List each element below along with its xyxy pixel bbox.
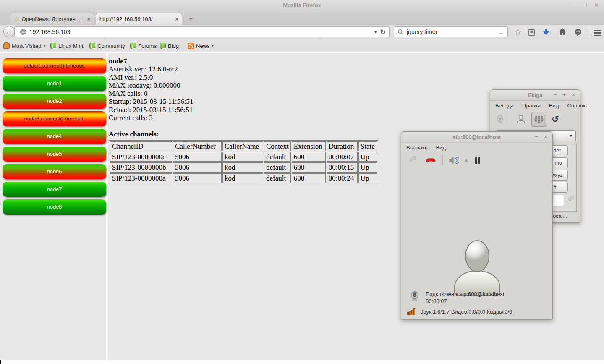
home-icon: [558, 28, 567, 36]
menu-view[interactable]: Вид: [549, 102, 559, 109]
downloads-button[interactable]: [542, 28, 552, 37]
node-button[interactable]: node5: [3, 147, 106, 162]
close-button[interactable]: ×: [544, 134, 547, 140]
node-button[interactable]: node4: [3, 129, 106, 144]
close-button[interactable]: ×: [572, 92, 575, 98]
bookmark-linux-mint[interactable]: Linux Mint: [50, 42, 83, 50]
column-header: CallerNumber: [173, 141, 222, 151]
contrast-icon[interactable]: ◐: [465, 156, 469, 165]
back-button[interactable]: ←: [3, 26, 15, 37]
menu-call[interactable]: Вызвать: [406, 144, 427, 151]
bookmark-news[interactable]: News ▾: [188, 42, 214, 50]
minimize-button[interactable]: −: [535, 134, 539, 140]
tab-active[interactable]: http://192.168.56.103/ ×: [96, 13, 182, 25]
node-button[interactable]: node1: [3, 76, 106, 91]
bookmark-blog[interactable]: Blog: [160, 42, 179, 50]
call-title: sip:600@localhost: [401, 134, 552, 140]
toolbar-separator: [589, 28, 589, 36]
url-dropdown-icon[interactable]: ▾: [372, 30, 379, 34]
menu-edit[interactable]: Правка: [522, 102, 541, 109]
minimize-button[interactable]: −: [574, 2, 578, 8]
linux-mint-icon: [130, 43, 136, 49]
channel-cell: Up: [358, 173, 377, 183]
channel-cell: SIP/123-0000000c: [110, 152, 172, 162]
info-line: MAX calls: 0: [109, 89, 394, 97]
bookmarks-toolbar: Most Visited ▾ Linux Mint Community Foru…: [0, 39, 604, 53]
node-button[interactable]: node7: [3, 182, 106, 197]
bookmark-most-visited[interactable]: Most Visited ▾: [3, 42, 45, 50]
call-stats: Звук:1,6/1,7 Видео:0,0/0,0 Кадры:0/0: [407, 308, 512, 315]
call-toolbar: ◐: [401, 152, 552, 168]
linux-mint-icon: [50, 43, 56, 49]
navigation-toolbar: ← 192.168.56.103 ▾ ↻ jquery timer → ☆: [0, 25, 604, 39]
search-go-icon[interactable]: →: [498, 29, 504, 36]
channels-table: ChannelID CallerNumber CallerName Contex…: [109, 140, 378, 184]
sidebar-divider: [106, 53, 108, 360]
reading-list-button[interactable]: [528, 29, 538, 38]
search-icon: [397, 29, 404, 35]
channel-cell: 600: [292, 152, 326, 162]
channels-tbody: SIP/123-0000000c5006koddefault60000:00:0…: [110, 152, 377, 183]
minimize-button[interactable]: −: [554, 92, 557, 98]
menu-help[interactable]: Справка: [567, 102, 588, 109]
hangup-phone-icon[interactable]: [425, 155, 437, 165]
ekiga-menubar: Беседа Правка Вид Справка: [490, 101, 580, 110]
bookmark-label: Community: [97, 43, 125, 49]
chevron-down-icon: ▾: [44, 44, 46, 48]
chat-button[interactable]: [574, 28, 584, 37]
node-button[interactable]: node3:connect() timeout.: [3, 111, 106, 126]
new-tab-button[interactable]: +: [186, 15, 196, 24]
maximize-button[interactable]: +: [585, 2, 588, 8]
bookmark-community[interactable]: Community: [89, 42, 125, 50]
column-header: Duration: [327, 141, 358, 151]
column-header: ChannelID: [110, 141, 172, 151]
search-bar[interactable]: jquery timer →: [394, 26, 508, 37]
tab-strip: ☆ OpenNews: Доступен ... × http://192.16…: [0, 12, 604, 25]
bookmark-forums[interactable]: Forums: [130, 42, 157, 50]
maximize-button[interactable]: +: [563, 92, 566, 98]
column-header: State: [358, 141, 377, 151]
contacts-icon[interactable]: [515, 114, 526, 125]
channel-cell: 5006: [173, 152, 222, 162]
bookmark-label: Linux Mint: [58, 43, 83, 49]
channel-cell: 00:00:15: [327, 162, 358, 172]
home-button[interactable]: [558, 28, 568, 37]
node-button[interactable]: node8: [3, 199, 106, 215]
url-bar[interactable]: 192.168.56.103 ▾ ↻: [14, 26, 390, 37]
info-line: Reload: 2015-03-15 11:56:51: [109, 106, 394, 114]
node-button[interactable]: default:connect() timeout.: [3, 58, 106, 73]
url-text[interactable]: 192.168.56.103: [29, 29, 372, 35]
channel-cell: kod: [222, 152, 263, 162]
webcam-icon[interactable]: [495, 115, 505, 124]
call-titlebar[interactable]: sip:600@localhost − ×: [401, 132, 552, 143]
close-button[interactable]: ×: [595, 2, 598, 8]
page-bottom: [0, 360, 604, 364]
tab-close-icon[interactable]: ×: [175, 16, 178, 22]
pause-icon[interactable]: [475, 157, 480, 164]
call-icon[interactable]: [567, 195, 577, 204]
menu-conversation[interactable]: Беседа: [495, 102, 514, 109]
firefox-titlebar: Mozilla Firefox − + ×: [0, 0, 604, 12]
call-status: Подключён к sip:600@localhost 00:00:07: [410, 291, 504, 305]
reload-icon[interactable]: ↻: [379, 28, 389, 36]
hamburger-icon: [594, 29, 601, 37]
channel-cell: kod: [222, 162, 263, 172]
speaker-icon[interactable]: [449, 156, 459, 165]
info-line: MAX loadavg: 0.000000: [109, 81, 394, 89]
pickup-phone-icon[interactable]: [408, 155, 419, 166]
call-history-icon[interactable]: ↺: [552, 114, 559, 124]
node-button[interactable]: node6: [3, 164, 106, 179]
menu-button[interactable]: [593, 27, 603, 37]
linux-mint-icon: [160, 43, 166, 49]
dialpad-toggle-button[interactable]: [531, 112, 546, 127]
remote-avatar: [401, 168, 553, 294]
node-title: node7: [109, 57, 394, 65]
node-button[interactable]: node2: [3, 94, 106, 109]
ekiga-titlebar[interactable]: Ekiga − + ×: [490, 90, 580, 101]
bookmark-star-button[interactable]: ☆: [513, 27, 523, 37]
menu-view[interactable]: Вид: [436, 144, 446, 151]
tab-opennews[interactable]: ☆ OpenNews: Доступен ... ×: [10, 13, 94, 25]
tab-label: http://192.168.56.103/: [99, 16, 173, 22]
search-input[interactable]: jquery timer: [407, 29, 498, 35]
tab-close-icon[interactable]: ×: [87, 16, 90, 22]
